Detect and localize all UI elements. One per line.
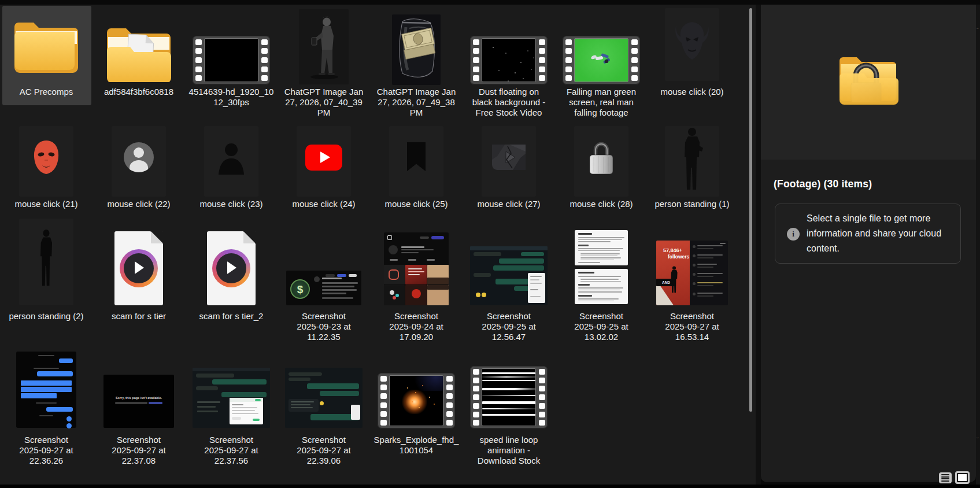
- red-face-mask-icon: [32, 139, 60, 175]
- file-label: 17.09.20: [370, 332, 463, 342]
- file-label: Screenshot: [463, 311, 555, 321]
- folder-with-document-icon: [105, 24, 173, 82]
- file-label: 12.56.47: [463, 332, 555, 342]
- file-item-mouse-click-20[interactable]: mouse click (20): [646, 5, 738, 120]
- file-item-screenshot-2025-09-27-165314[interactable]: 57,846+ followers AND Screenshot2025-09-…: [646, 216, 738, 343]
- info-circle-icon: i: [787, 228, 800, 241]
- file-label: adf584f3bf6c0818: [93, 87, 185, 97]
- file-item-mouse-click-28[interactable]: mouse click (28): [555, 124, 648, 214]
- file-label: Free Stock Video: [463, 108, 555, 118]
- list-view-button[interactable]: [939, 472, 952, 483]
- file-item-person-standing-1[interactable]: person standing (1): [646, 124, 738, 214]
- screenshot-thumbnail: $: [286, 271, 361, 305]
- file-item-mouse-click-25[interactable]: mouse click (25): [370, 124, 463, 214]
- file-item-screenshot-2025-09-25-130202[interactable]: Screenshot2025-09-25 at13.02.02: [555, 216, 648, 343]
- grid-view-button[interactable]: [955, 471, 970, 484]
- file-item-mouse-click-27[interactable]: mouse click (27): [463, 124, 555, 214]
- file-label: 27, 2026, 07_49_38: [370, 97, 463, 108]
- file-item-screenshot-2025-09-27-223626[interactable]: Screenshot2025-09-27 at22.36.26: [0, 347, 93, 467]
- file-label: 2025-09-27 at: [93, 445, 185, 456]
- file-item-screenshot-2025-09-27-223756[interactable]: Screenshot2025-09-27 at22.37.56: [185, 347, 278, 467]
- file-label: 2025-09-25 at: [463, 321, 555, 332]
- file-item-falling-man-video[interactable]: Falling man greenscreen, real manfalling…: [555, 5, 648, 120]
- file-item-dust-video[interactable]: Dust floating onblack background -Free S…: [463, 5, 555, 120]
- filmstrip-icon: [470, 36, 548, 84]
- file-item-clip-4514639[interactable]: 4514639-hd_1920_1012_30fps: [185, 5, 278, 120]
- vertical-scrollbar[interactable]: [749, 8, 752, 412]
- file-item-screenshot-2025-09-27-223708[interactable]: Sorry, this page isn't available. Screen…: [93, 347, 185, 467]
- file-label: PM: [370, 108, 463, 118]
- file-label: speed line loop: [463, 435, 555, 445]
- file-item-screenshot-2025-09-27-223906[interactable]: Screenshot2025-09-27 at22.39.06: [278, 347, 370, 467]
- youtube-play-icon: [305, 145, 342, 171]
- file-label: 2025-09-27 at: [0, 445, 93, 456]
- file-label: person standing (2): [0, 311, 93, 321]
- file-item-screenshot-2025-09-24-170920[interactable]: Screenshot2025-09-24 at17.09.20: [370, 216, 463, 343]
- file-label: Screenshot: [0, 435, 93, 445]
- file-item-mouse-click-24[interactable]: mouse click (24): [278, 124, 370, 214]
- padlock-icon: [588, 139, 615, 176]
- app-window: AC Precomps adf584f3bf6c08184514639-hd_1…: [0, 0, 980, 488]
- info-sidebar: (Footage) (30 items) i Select a single f…: [761, 5, 976, 482]
- chevron-up-icon: ˆ: [977, 28, 979, 34]
- file-item-mouse-click-21[interactable]: mouse click (21): [0, 124, 93, 214]
- screenshot-thumbnail: [384, 232, 449, 305]
- file-item-adf584f3bf6c0818[interactable]: adf584f3bf6c0818: [93, 5, 185, 120]
- file-item-mouse-click-23[interactable]: mouse click (23): [185, 124, 278, 214]
- file-label: Dust floating on: [463, 87, 555, 97]
- file-label: falling footage: [555, 108, 648, 118]
- file-item-chatgpt-image-1[interactable]: ChatGPT Image Jan27, 2026, 07_40_39PM: [278, 5, 370, 120]
- image-thumbnail: [392, 14, 441, 85]
- file-label: 12_30fps: [185, 97, 278, 108]
- video-document-icon: [207, 231, 256, 305]
- folder-summary-heading: (Footage) (30 items): [774, 178, 872, 190]
- file-label: 2025-09-27 at: [646, 321, 738, 332]
- panel-divider: [756, 5, 761, 485]
- cracked-play-button-icon: [492, 145, 526, 170]
- file-label: 2025-09-23 at: [278, 321, 370, 332]
- image-thumbnail: [299, 9, 349, 84]
- file-label: 2025-09-27 at: [278, 445, 370, 456]
- file-label: mouse click (28): [555, 199, 648, 209]
- file-label: 2025-09-25 at: [555, 321, 648, 332]
- file-label: Falling man green: [555, 87, 648, 97]
- file-label: Screenshot: [278, 435, 370, 445]
- person-bust-icon: [216, 141, 246, 175]
- sidebar-scroll-gutter: ˆ ˇ: [976, 5, 980, 485]
- file-item-screenshot-2025-09-25-125647[interactable]: Screenshot2025-09-25 at12.56.47: [463, 216, 555, 343]
- filmstrip-icon: [470, 366, 548, 428]
- file-item-chatgpt-image-2[interactable]: ChatGPT Image Jan27, 2026, 07_49_38PM: [370, 5, 463, 120]
- file-label: 4514639-hd_1920_10: [185, 87, 278, 97]
- file-item-scam-for-s-tier[interactable]: scam for s tier: [93, 216, 185, 343]
- file-label: 22.37.56: [185, 456, 278, 466]
- file-item-ac-precomps[interactable]: AC Precomps: [0, 5, 93, 120]
- file-item-person-standing-2[interactable]: person standing (2): [0, 216, 93, 343]
- file-label: Download Stock: [463, 456, 555, 466]
- filmstrip-icon: [193, 36, 270, 84]
- screenshot-thumbnail: [193, 368, 270, 428]
- file-label: Screenshot: [370, 311, 463, 321]
- file-item-mouse-click-22[interactable]: mouse click (22): [93, 124, 185, 214]
- file-label: 13.02.02: [555, 332, 648, 342]
- file-label: Screenshot: [646, 311, 738, 321]
- file-item-sparks-explode[interactable]: Sparks_Explode_fhd_1001054: [370, 347, 463, 467]
- filmstrip-icon: [378, 373, 455, 428]
- file-label: ChatGPT Image Jan: [278, 87, 370, 97]
- info-box: i Select a single file to get more infor…: [775, 204, 961, 264]
- file-item-speed-line-loop[interactable]: speed line loopanimation -Download Stock: [463, 347, 555, 467]
- file-label: mouse click (25): [370, 199, 463, 209]
- person-silhouette-icon: [36, 229, 56, 288]
- file-label: black background -: [463, 97, 555, 108]
- file-item-screenshot-2025-09-23-112235[interactable]: $ Screenshot2025-09-23 at11.22.35: [278, 216, 370, 343]
- file-label: 1001054: [370, 445, 463, 456]
- file-label: AC Precomps: [0, 87, 93, 97]
- file-label: 22.36.26: [0, 456, 93, 466]
- file-label: 22.39.06: [278, 456, 370, 466]
- file-label: 22.37.08: [93, 456, 185, 466]
- file-label: Screenshot: [185, 435, 278, 445]
- file-label: Screenshot: [93, 435, 185, 445]
- screenshot-thumbnail: [16, 352, 76, 428]
- file-item-scam-for-s-tier-2[interactable]: scam for s tier_2: [185, 216, 278, 343]
- file-label: Screenshot: [555, 311, 648, 321]
- screenshot-thumbnail: Sorry, this page isn't available.: [103, 375, 174, 428]
